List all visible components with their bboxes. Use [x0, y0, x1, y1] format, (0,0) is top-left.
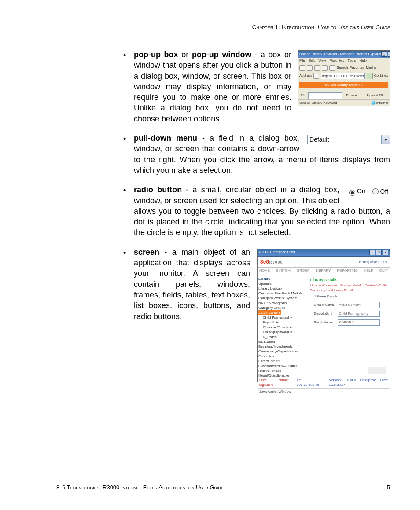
nav-row: HOME SYSTEM GROUP LIBRARY REPORTING HELP…	[258, 268, 390, 275]
tree-root: Library	[258, 276, 306, 281]
tree-item: Child Pornography	[258, 315, 306, 320]
nav-home: HOME	[259, 268, 270, 273]
brand-model: R3000	[269, 260, 283, 264]
field-label: Short Name	[314, 320, 335, 325]
figure-select: Default	[307, 135, 390, 144]
field-label: Group Name	[314, 303, 335, 308]
brand-logo: 8e6R3000	[260, 258, 283, 265]
brand-subtitle: Enterprise Filter	[359, 259, 387, 264]
tree-item: Category Weight System	[258, 296, 306, 301]
running-header: Chapter 1: Introduction How to Use this …	[56, 24, 390, 33]
term-screen: screen	[134, 248, 159, 257]
desc-popup: - a box or window that opens after you c…	[134, 50, 291, 123]
radio-option-off: Off	[372, 187, 388, 196]
footer-title: 8e6 Technologies, R3000 Internet Filter …	[56, 484, 224, 491]
links-label: Links	[380, 73, 388, 78]
breadcrumb: Library>Category Groups>Adult Content>Ch…	[310, 283, 387, 295]
browse-button: Browse...	[344, 92, 363, 99]
address-label: Address	[299, 73, 312, 78]
toolbar: Search Favorites Media	[298, 64, 390, 72]
definition-pulldown: • Default pull-down menu - a field in a …	[123, 133, 390, 176]
figure-screen: R3000 Enterprise Filter _ □ × 8e6R3000 E…	[257, 249, 390, 382]
content-area: • Upload Library Keyword - Microsoft Int…	[123, 49, 390, 385]
status-ip: IP: 200.10.100.75	[297, 378, 321, 388]
document-page: Chapter 1: Introduction How to Use this …	[0, 0, 420, 510]
menu-favorites: Favorites	[330, 59, 344, 62]
window-title: R3000 Enterprise Filter	[259, 250, 295, 255]
tree-item: Health/Fitness	[258, 368, 306, 373]
definition-popup: • Upload Library Keyword - Microsoft Int…	[123, 49, 390, 124]
definition-screen: • R3000 Enterprise Filter _ □ × 8e6R3000…	[123, 247, 390, 385]
menubar: File Edit View Favorites Tools Help	[298, 58, 390, 64]
term-pulldown: pull-down menu	[134, 134, 197, 143]
maximize-icon: □	[376, 250, 382, 255]
address-bar: Address http://200.10.100.75:88/servlet/…	[298, 72, 390, 81]
bullet-icon: •	[123, 49, 134, 60]
figure-popup-window: Upload Library Keyword - Microsoft Inter…	[298, 50, 390, 106]
window-titlebar: R3000 Enterprise Filter _ □ ×	[258, 249, 390, 257]
select-box: Default	[307, 135, 390, 144]
radio-icon-selected	[349, 190, 355, 196]
tree-item: Pornography/Adult	[258, 330, 306, 334]
bullet-icon: •	[123, 247, 134, 258]
upload-button: Upload File	[365, 92, 387, 99]
tree-item: Customer Feedback Module	[258, 291, 306, 296]
header-section: How to Use this User Guide	[318, 24, 390, 30]
status-host: Host Name: logo.com	[259, 378, 289, 388]
tree-item: Category Groups	[258, 305, 306, 310]
file-field	[308, 92, 342, 99]
menu-file: File	[299, 59, 305, 62]
chevron-down-icon	[381, 135, 390, 144]
toolbar-search-label: Search	[337, 66, 348, 70]
status-version: Version: R3000 Enterprise Filter 1.10.00…	[329, 378, 388, 388]
window-title: Upload Library Keyword - Microsoft Inter…	[299, 52, 381, 57]
status-applet: Java Applet Window	[259, 389, 291, 394]
status-right: 🌐 Internet	[371, 101, 388, 106]
definition-radio: • On Off radio button - a small, circula…	[123, 184, 390, 238]
term-popup-window: pop-up window	[192, 50, 251, 59]
field-value: KDPORN	[338, 319, 380, 326]
toolbar-favorites-label: Favorites	[350, 66, 364, 70]
tree-item: Obscene/Tasteless	[258, 325, 306, 330]
term-popup-box: pop-up box	[134, 50, 178, 59]
address-field: http://200.10.100.75:88/servlet/com.r300…	[321, 73, 364, 79]
menu-view: View	[318, 59, 326, 62]
tree-item-selected: Adult Content	[258, 310, 306, 315]
tree-panel: Library Updates Library Lookup Customer …	[258, 275, 307, 377]
menu-help: Help	[360, 59, 367, 62]
page-icon	[313, 73, 319, 79]
stop-icon	[314, 65, 320, 71]
tree-item-label: Adult Content	[258, 310, 281, 315]
tree-item: Education	[258, 354, 306, 359]
home-icon	[329, 65, 335, 71]
details-panel: Library Details Library>Category Groups>…	[307, 275, 390, 377]
brand-row: 8e6R3000 Enterprise Filter	[258, 257, 390, 268]
field-row: Group Name Adult Content	[314, 302, 383, 308]
toolbar-media-label: Media	[366, 66, 376, 70]
status-left: Upload Library Keyword	[299, 101, 337, 106]
field-value: Child Pornography	[338, 311, 380, 317]
panel-title: Library Details	[310, 277, 387, 283]
field-label: Description	[314, 312, 335, 316]
page-number: 5	[387, 484, 390, 491]
menu-edit: Edit	[309, 59, 315, 62]
nav-quit: QUIT	[379, 268, 388, 273]
minimize-icon: _	[381, 51, 387, 57]
window-controls: _ □ ×	[369, 250, 388, 255]
fieldset-legend: Library Details	[314, 294, 339, 299]
minimize-icon: _	[369, 250, 375, 255]
close-icon: ×	[383, 250, 388, 255]
status-row: Host Name: logo.com IP: 200.10.100.75 Ve…	[258, 377, 390, 389]
radio-option-on: On	[349, 187, 365, 196]
definition-body: R3000 Enterprise Filter _ □ × 8e6R3000 E…	[134, 247, 390, 385]
tree-item: Illegal/Questionable	[258, 373, 306, 377]
tree-item: NNTP Newsgroup	[258, 301, 306, 305]
field-row: Description Child Pornography	[314, 311, 383, 317]
nav-library: LIBRARY	[316, 268, 331, 273]
tree-item: Business/Investments	[258, 344, 306, 349]
radio-icon	[372, 188, 379, 194]
nav-system: SYSTEM	[276, 268, 291, 273]
select-value: Default	[308, 136, 329, 144]
tree-item: R_Rated	[258, 334, 306, 339]
menu-tools: Tools	[348, 59, 356, 62]
